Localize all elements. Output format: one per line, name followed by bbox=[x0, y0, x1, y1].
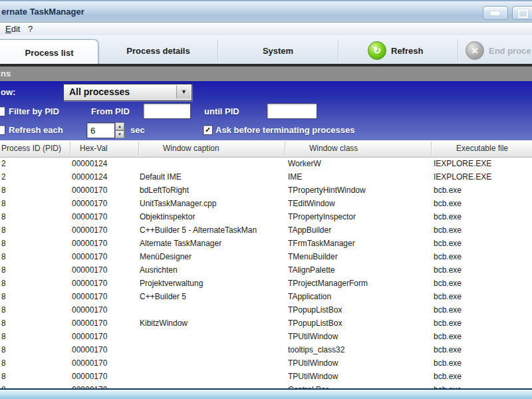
cell-pid: 2 bbox=[1, 159, 6, 168]
cell-window-class: TProjectManagerForm bbox=[288, 279, 368, 288]
cell-window-caption: Default IME bbox=[140, 172, 182, 182]
cell-pid: 8 bbox=[1, 292, 6, 301]
cell-window-class: TPopupListBox bbox=[288, 305, 342, 315]
tab-process-list[interactable]: Process list bbox=[0, 39, 98, 65]
menu-item-help[interactable]: ? bbox=[28, 24, 33, 34]
filter-by-pid-label: Filter by PID bbox=[9, 106, 59, 116]
process-filter-dropdown[interactable]: All processes ▼ bbox=[63, 84, 192, 101]
cell-window-class: WorkerW bbox=[288, 159, 321, 168]
cell-hexval: 00000124 bbox=[72, 159, 107, 168]
process-table-body: 2 00000124 WorkerW IEXPLORE.EXE 2 000001… bbox=[0, 158, 532, 399]
table-row[interactable]: 8 00000170 tooltips_class32 bcb.exe bbox=[0, 344, 532, 357]
cell-hexval: 00000170 bbox=[72, 186, 107, 195]
cell-pid: 8 bbox=[1, 319, 6, 328]
cell-window-caption: Objektinspektor bbox=[140, 212, 195, 221]
filter-by-pid-checkbox[interactable] bbox=[0, 106, 5, 116]
cell-window-class: TPropertyInspector bbox=[288, 212, 356, 221]
table-row[interactable]: 8 00000170 C++Builder 5 - AlternateTaskM… bbox=[0, 224, 532, 237]
filter-panel: ow: All processes ▼ Filter by PID From P… bbox=[0, 81, 532, 140]
refresh-button[interactable]: ↻ Refresh bbox=[368, 41, 423, 61]
cell-executable: bcb.exe bbox=[434, 186, 462, 195]
until-pid-input[interactable] bbox=[267, 103, 317, 119]
cell-pid: 8 bbox=[1, 199, 6, 208]
table-row[interactable]: 8 00000170 TPUtilWindow bcb.exe bbox=[0, 331, 532, 344]
tab-system-label: System bbox=[263, 46, 293, 56]
cell-hexval: 00000124 bbox=[72, 172, 107, 182]
table-row[interactable]: 2 00000124 WorkerW IEXPLORE.EXE bbox=[0, 158, 532, 171]
chevron-down-icon[interactable]: ▼ bbox=[176, 85, 191, 98]
cell-window-class: TAlignPalette bbox=[288, 265, 334, 275]
column-separator bbox=[70, 142, 70, 155]
table-row[interactable]: 8 00000170 C++Builder 5 TApplication bcb… bbox=[0, 291, 532, 304]
end-process-button[interactable]: ✕ End proce bbox=[466, 41, 531, 61]
cell-pid: 8 bbox=[1, 212, 6, 221]
cell-pid: 8 bbox=[1, 358, 6, 368]
cell-hexval: 00000170 bbox=[72, 225, 107, 235]
maximize-button[interactable] bbox=[512, 6, 532, 20]
cell-window-caption: Alternate TaskManager bbox=[140, 239, 221, 248]
spin-down-icon[interactable]: ▼ bbox=[115, 130, 124, 138]
from-pid-input[interactable] bbox=[143, 103, 191, 119]
cell-window-caption: Projektverwaltung bbox=[140, 279, 203, 288]
cell-window-caption: KibitzWindow bbox=[140, 319, 188, 328]
cell-window-class: TPUtilWindow bbox=[288, 372, 338, 381]
cell-window-caption: UnitTaskManager.cpp bbox=[140, 199, 216, 208]
column-header-window-class[interactable]: Window class bbox=[309, 144, 358, 153]
refresh-interval-stepper: ▲ ▼ bbox=[115, 122, 124, 138]
tab-system[interactable]: System bbox=[219, 41, 336, 61]
title-bar[interactable]: ernate TaskManager bbox=[0, 0, 532, 23]
menu-item-edit[interactable]: Edit bbox=[5, 24, 20, 34]
table-row[interactable]: 8 00000170 TPUtilWindow bcb.exe bbox=[0, 357, 532, 370]
table-row[interactable]: 8 00000170 Ausrichten TAlignPalette bcb.… bbox=[0, 264, 532, 277]
cell-executable: bcb.exe bbox=[434, 332, 462, 341]
cell-window-caption: Ausrichten bbox=[140, 265, 178, 275]
table-row[interactable]: 8 00000170 MenüDesigner TMenuBuilder bcb… bbox=[0, 251, 532, 264]
show-label: ow: bbox=[1, 87, 15, 97]
cell-hexval: 00000170 bbox=[72, 252, 107, 261]
cell-executable: bcb.exe bbox=[434, 199, 462, 208]
cell-hexval: 00000170 bbox=[72, 212, 107, 221]
table-row[interactable]: 8 00000170 Objektinspektor TPropertyInsp… bbox=[0, 211, 532, 224]
minimize-button[interactable] bbox=[483, 6, 508, 20]
cell-pid: 8 bbox=[1, 225, 6, 235]
column-header-executable[interactable]: Executable file bbox=[456, 144, 508, 153]
refresh-button-label: Refresh bbox=[391, 46, 423, 56]
cell-hexval: 00000170 bbox=[72, 279, 107, 288]
column-header-window-caption[interactable]: Window caption bbox=[163, 144, 219, 153]
cell-pid: 8 bbox=[1, 345, 6, 354]
ask-before-terminating-checkbox[interactable]: ✓ bbox=[203, 125, 213, 135]
refresh-each-checkbox[interactable] bbox=[0, 125, 5, 135]
table-row[interactable]: 8 00000170 UnitTaskManager.cpp TEditWind… bbox=[0, 198, 532, 211]
table-row[interactable]: 8 00000170 Projektverwaltung TProjectMan… bbox=[0, 277, 532, 291]
cell-pid: 8 bbox=[1, 372, 6, 381]
cell-window-class: TPUtilWindow bbox=[288, 358, 338, 368]
refresh-each-label: Refresh each bbox=[9, 125, 63, 135]
table-row[interactable]: 8 00000170 Alternate TaskManager TFrmTas… bbox=[0, 237, 532, 251]
tab-separator bbox=[217, 39, 218, 61]
column-header-hexval[interactable]: Hex-Val bbox=[80, 144, 108, 153]
cell-pid: 8 bbox=[1, 279, 6, 288]
table-row[interactable]: 8 00000170 TPUtilWindow bcb.exe bbox=[0, 370, 532, 384]
column-header-pid[interactable]: Process ID (PID) bbox=[1, 144, 61, 153]
ask-before-terminating-label: Ask before terminating processes bbox=[215, 125, 355, 135]
end-process-icon: ✕ bbox=[466, 41, 484, 60]
tab-process-details[interactable]: Process details bbox=[100, 41, 217, 61]
refresh-interval-input[interactable]: 6 bbox=[86, 122, 115, 138]
cell-hexval: 00000170 bbox=[72, 372, 107, 381]
cell-window-class: TPUtilWindow bbox=[288, 332, 338, 341]
table-row[interactable]: 8 00000170 TPopupListBox bcb.exe bbox=[0, 304, 532, 317]
table-row[interactable]: 8 00000170 KibitzWindow TPopupListBox bc… bbox=[0, 317, 532, 331]
spin-up-icon[interactable]: ▲ bbox=[115, 122, 124, 130]
column-separator bbox=[285, 142, 285, 155]
cell-hexval: 00000170 bbox=[72, 358, 107, 368]
cell-window-caption: C++Builder 5 - AlternateTaskMan bbox=[140, 225, 257, 235]
table-row[interactable]: 8 00000170 bdLeftToRight TPropertyHintWi… bbox=[0, 184, 532, 198]
maximize-icon bbox=[518, 9, 528, 18]
menu-edit-rest: dit bbox=[11, 24, 21, 34]
cell-window-caption: MenüDesigner bbox=[140, 252, 192, 261]
cell-hexval: 00000170 bbox=[72, 305, 107, 315]
cell-pid: 8 bbox=[1, 239, 6, 248]
options-caption-bar: ns bbox=[0, 66, 532, 81]
table-row[interactable]: 2 00000124 Default IME IME IEXPLORE.EXE bbox=[0, 171, 532, 184]
cell-pid: 8 bbox=[1, 332, 6, 341]
